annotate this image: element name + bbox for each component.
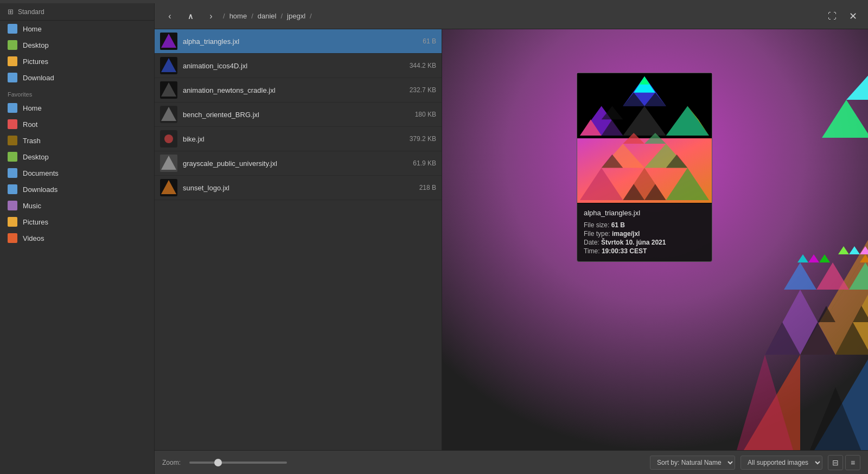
forward-button[interactable]: ›: [202, 8, 220, 25]
file-thumb-0: [160, 33, 177, 50]
file-name-1: animation_icos4D.jxl: [183, 62, 398, 70]
tooltip-time-value: 19:00:33 CEST: [602, 247, 647, 255]
file-size-0: 61 B: [398, 37, 436, 45]
file-name-0: alpha_triangles.jxl: [183, 37, 398, 46]
sidebar-quick-item-desktop[interactable]: Desktop: [0, 37, 154, 53]
tooltip-date-row: Date: Štvrtok 10. júna 2021: [584, 239, 705, 246]
tooltip-time-row: Time: 19:00:33 CEST: [584, 247, 705, 255]
sidebar-label-download: Download: [23, 74, 54, 82]
back-button[interactable]: ‹: [161, 8, 178, 25]
breadcrumb-home[interactable]: home: [227, 11, 250, 21]
view-list-button[interactable]: ≡: [845, 455, 860, 470]
toolbar: ‹ ∧ › / home / daniel / jpegxl / ⛶ ✕: [155, 3, 868, 29]
file-size-2: 232.7 KB: [398, 86, 436, 94]
breadcrumb-jpegxl[interactable]: jpegxl: [285, 11, 308, 21]
sidebar-fav-pictures[interactable]: Pictures: [0, 214, 154, 230]
toolbar-right: ⛶ ✕: [824, 8, 861, 25]
zoom-slider[interactable]: [189, 462, 287, 464]
fav-label-downloads: Downloads: [23, 185, 58, 194]
sidebar-fav-music[interactable]: Music: [0, 197, 154, 214]
file-size-1: 344.2 KB: [398, 62, 436, 69]
tooltip-svg: [577, 73, 712, 203]
tooltip-time-label: Time:: [584, 247, 600, 255]
app-icon: ⊞: [8, 8, 14, 16]
fav-desktop-icon: [8, 152, 17, 162]
file-row-5[interactable]: grayscale_public_university.jxl 61.9 KB: [155, 151, 442, 176]
fav-label-videos: Videos: [23, 234, 44, 242]
file-size-6: 218 B: [398, 184, 436, 191]
breadcrumb-sep-0: /: [223, 12, 225, 20]
sidebar-fav-home[interactable]: Home: [0, 100, 154, 116]
app-label: Standard: [18, 8, 44, 16]
zoom-label: Zoom:: [162, 459, 181, 466]
view-buttons: ⊟ ≡: [828, 455, 860, 470]
pictures-icon: [8, 56, 17, 66]
file-thumb-4: [160, 130, 177, 148]
fav-label-root: Root: [23, 120, 37, 129]
file-name-6: sunset_logo.jxl: [183, 184, 398, 192]
filter-select[interactable]: All supported images JPEG XL PNG JPEG: [741, 456, 822, 470]
fav-documents-icon: [8, 168, 17, 178]
sidebar-quick-item-home[interactable]: Home: [0, 21, 154, 37]
breadcrumb-sep-2: /: [280, 12, 283, 20]
fav-label-desktop: Desktop: [23, 153, 49, 161]
sidebar-quick-item-download[interactable]: Download: [0, 69, 154, 86]
svg-point-9: [164, 134, 173, 143]
breadcrumb-sep-3: /: [310, 12, 312, 20]
file-name-3: bench_oriented_BRG.jxl: [183, 111, 398, 119]
fullscreen-button[interactable]: ⛶: [824, 8, 841, 25]
breadcrumb-daniel[interactable]: daniel: [256, 11, 279, 21]
fav-label-trash: Trash: [23, 137, 41, 145]
file-name-4: bike.jxl: [183, 135, 398, 143]
file-name-2: animation_newtons_cradle.jxl: [183, 86, 398, 94]
tooltip-filetype-label: File type:: [584, 230, 610, 238]
sidebar-fav-trash[interactable]: Trash: [0, 132, 154, 149]
fav-videos-icon: [8, 233, 17, 243]
sidebar-fav-videos[interactable]: Videos: [0, 230, 154, 246]
tooltip-title: alpha_triangles.jxl: [584, 209, 705, 217]
view-grid-button[interactable]: ⊟: [828, 455, 843, 470]
sidebar-fav-documents[interactable]: Documents: [0, 165, 154, 181]
sidebar-label-pictures: Pictures: [23, 57, 48, 66]
sidebar: ⊞ Standard Home Desktop Pictures Downloa…: [0, 3, 155, 474]
up-button[interactable]: ∧: [182, 8, 199, 25]
fav-home-icon: [8, 103, 17, 113]
file-row-2[interactable]: animation_newtons_cradle.jxl 232.7 KB: [155, 78, 442, 103]
sidebar-fav-downloads[interactable]: Downloads: [0, 181, 154, 197]
fav-pictures-icon: [8, 217, 17, 227]
tooltip-content: alpha_triangles.jxl File size: 61 B File…: [577, 203, 712, 261]
fav-downloads-icon: [8, 184, 17, 194]
sidebar-quick-item-pictures[interactable]: Pictures: [0, 53, 154, 69]
file-thumb-5: [160, 155, 177, 172]
split-panel: alpha_triangles.jxl 61 B animation_icos4…: [155, 29, 868, 450]
sidebar-fav-root[interactable]: Root: [0, 116, 154, 132]
file-row-0[interactable]: alpha_triangles.jxl 61 B: [155, 29, 442, 54]
bottom-bar: Zoom: Sort by: Natural Name Sort by: Dat…: [155, 450, 868, 474]
file-size-3: 180 KB: [398, 111, 436, 118]
file-list: alpha_triangles.jxl 61 B animation_icos4…: [155, 29, 442, 450]
file-row-6[interactable]: sunset_logo.jxl 218 B: [155, 176, 442, 200]
tooltip-filesize-label: File size:: [584, 221, 609, 229]
file-row-4[interactable]: bike.jxl 379.2 KB: [155, 127, 442, 151]
sidebar-fav-desktop[interactable]: Desktop: [0, 149, 154, 165]
favorites-label: Favorites: [0, 86, 154, 100]
tooltip-filetype-value: image/jxl: [612, 230, 640, 238]
file-row-1[interactable]: animation_icos4D.jxl 344.2 KB: [155, 54, 442, 78]
sort-select[interactable]: Sort by: Natural Name Sort by: Date Sort…: [650, 456, 735, 470]
app-label-row: ⊞ Standard: [0, 3, 154, 21]
tooltip-filesize-value: 61 B: [611, 221, 625, 229]
tooltip-filetype-row: File type: image/jxl: [584, 230, 705, 238]
file-thumb-2: [160, 81, 177, 99]
sidebar-label-desktop: Desktop: [23, 41, 49, 49]
tooltip-filesize-row: File size: 61 B: [584, 221, 705, 229]
fav-label-home: Home: [23, 104, 42, 112]
sidebar-label-home: Home: [23, 25, 42, 33]
file-size-4: 379.2 KB: [398, 135, 436, 143]
content-area: ‹ ∧ › / home / daniel / jpegxl / ⛶ ✕: [155, 3, 868, 474]
desktop-icon: [8, 40, 17, 50]
image-preview: alpha_triangles.jxl File size: 61 B File…: [442, 29, 868, 450]
close-button[interactable]: ✕: [844, 8, 861, 25]
file-row-3[interactable]: bench_oriented_BRG.jxl 180 KB: [155, 103, 442, 127]
file-thumb-3: [160, 106, 177, 123]
tooltip-preview-image: [577, 73, 712, 203]
